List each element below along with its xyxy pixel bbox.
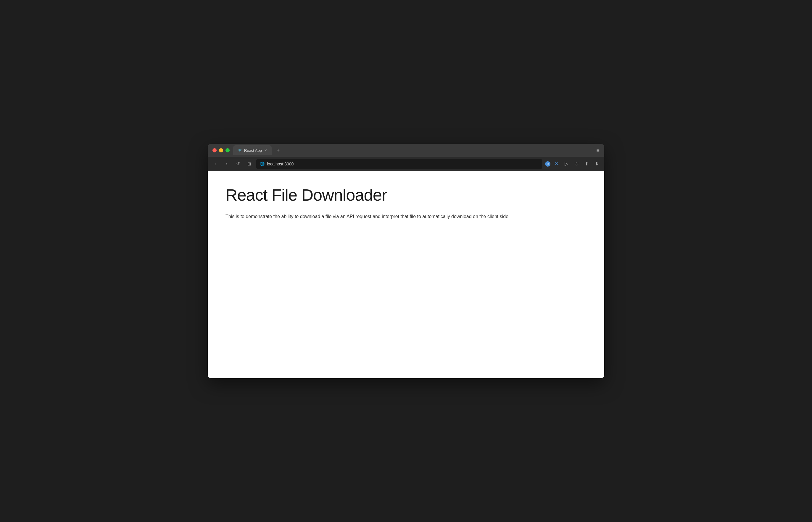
tab-title: React App (244, 148, 262, 153)
url-bar[interactable]: 🌐 localhost:3000 (256, 159, 542, 169)
maximize-button[interactable] (225, 148, 230, 153)
share-icon[interactable]: ⬆ (582, 160, 591, 168)
page-title: React File Downloader (225, 185, 587, 204)
title-bar: ⚛ React App ✕ + ≡ (208, 144, 604, 157)
grid-button[interactable]: ⊞ (245, 160, 253, 168)
extensions-icon[interactable]: ✕ (552, 160, 561, 168)
download-icon[interactable]: ⬇ (592, 160, 601, 168)
page-content: React File Downloader This is to demonst… (208, 171, 604, 378)
address-bar-actions: 0 ✕ ▷ ♡ ⬆ ⬇ (545, 160, 601, 168)
tab-close-icon[interactable]: ✕ (264, 148, 267, 153)
play-icon[interactable]: ▷ (562, 160, 570, 168)
url-text: localhost:3000 (267, 162, 293, 166)
react-favicon-icon: ⚛ (238, 148, 242, 153)
address-bar: ‹ › ↺ ⊞ 🌐 localhost:3000 0 ✕ ▷ ♡ ⬆ ⬇ (208, 157, 604, 171)
forward-button[interactable]: › (223, 160, 231, 168)
page-description: This is to demonstrate the ability to do… (225, 213, 587, 220)
back-button[interactable]: ‹ (211, 160, 220, 168)
close-button[interactable] (212, 148, 217, 153)
browser-window: ⚛ React App ✕ + ≡ ‹ › ↺ ⊞ 🌐 localhost:30… (208, 144, 604, 378)
extension-badge: 0 (545, 161, 550, 167)
active-tab[interactable]: ⚛ React App ✕ (233, 145, 272, 155)
minimize-button[interactable] (219, 148, 223, 153)
menu-icon[interactable]: ≡ (596, 147, 600, 154)
reload-button[interactable]: ↺ (234, 160, 242, 168)
globe-icon: 🌐 (260, 162, 265, 166)
traffic-lights (212, 148, 230, 153)
tab-bar: ⚛ React App ✕ + (233, 145, 593, 155)
new-tab-button[interactable]: + (274, 146, 282, 155)
heart-icon[interactable]: ♡ (572, 160, 581, 168)
